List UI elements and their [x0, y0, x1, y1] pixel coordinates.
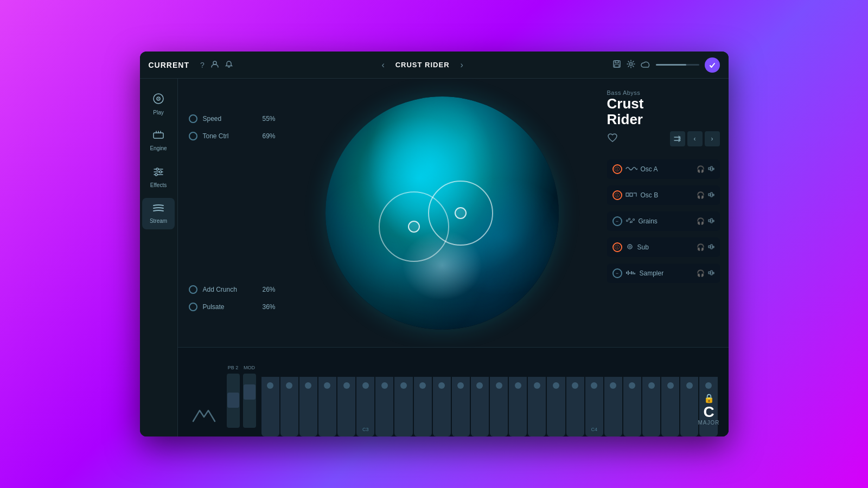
keyboard-key[interactable] — [604, 377, 622, 436]
svg-point-25 — [628, 219, 630, 220]
pulsate-label: Pulsate — [203, 303, 257, 311]
prev-preset-button[interactable]: ‹ — [381, 60, 384, 70]
cloud-icon[interactable] — [641, 60, 650, 69]
volume-slider[interactable] — [656, 64, 699, 66]
upper-area: Speed 55% Tone Ctrl 69% Add Crunch 26% — [178, 79, 729, 347]
keyboard-key[interactable] — [490, 377, 508, 436]
svg-point-16 — [159, 171, 162, 173]
osc-a-label: Osc A — [641, 165, 693, 173]
svg-rect-37 — [626, 272, 627, 274]
osc-b-headphone[interactable]: 🎧 — [697, 191, 705, 199]
keyboard-key[interactable] — [452, 377, 470, 436]
key-dot — [534, 382, 540, 389]
svg-rect-36 — [713, 246, 714, 248]
sub-headphone[interactable]: 🎧 — [697, 243, 705, 251]
osc-b-mute[interactable] — [708, 191, 714, 200]
key-dot — [705, 382, 712, 389]
prev-osc-button[interactable]: ‹ — [687, 131, 703, 146]
svg-point-24 — [626, 220, 628, 222]
c3-label: C3 — [362, 427, 369, 432]
mod-fader[interactable]: MOD — [243, 365, 256, 428]
osc-a-row: ⓘ Osc A 🎧 — [607, 159, 720, 179]
sampler-power[interactable]: − — [612, 268, 622, 278]
play-label: Play — [153, 110, 163, 115]
grains-headphone[interactable]: 🎧 — [697, 217, 705, 225]
sub-mute[interactable] — [708, 243, 714, 252]
engine-label: Engine — [150, 145, 167, 151]
sampler-mute[interactable] — [708, 269, 714, 278]
mod-handle[interactable] — [244, 384, 256, 400]
pulsate-knob[interactable] — [189, 303, 197, 311]
keyboard-key[interactable] — [299, 377, 317, 436]
speed-value: 55% — [262, 115, 275, 123]
key-note: C — [698, 404, 720, 420]
user-avatar[interactable] — [705, 57, 720, 73]
favorite-button[interactable] — [607, 133, 618, 145]
mod-track[interactable] — [243, 374, 256, 428]
add-crunch-knob[interactable] — [189, 285, 197, 294]
keyboard-key[interactable] — [280, 377, 298, 436]
svg-point-4 — [629, 63, 632, 66]
header-center: ‹ CRUST RIDER › — [233, 60, 612, 70]
speed-knob[interactable] — [189, 114, 197, 123]
grains-label: Grains — [639, 217, 693, 225]
shuffle-button[interactable] — [670, 131, 685, 146]
keyboard-key[interactable] — [566, 377, 584, 436]
keyboard-key[interactable] — [680, 377, 698, 436]
osc-a-power[interactable]: ⓘ — [612, 164, 622, 174]
grains-row: − Grains 🎧 — [607, 211, 720, 231]
keyboard-key[interactable] — [318, 377, 336, 436]
keyboard-key[interactable] — [375, 377, 393, 436]
keyboard-key[interactable] — [509, 377, 527, 436]
keyboard-key[interactable]: C4 — [585, 377, 603, 436]
next-osc-button[interactable]: › — [705, 131, 720, 146]
preset-name: CrustRider — [607, 96, 720, 127]
pb-handle[interactable] — [227, 393, 239, 408]
grains-power[interactable]: − — [612, 216, 622, 226]
preset-nav: ‹ › — [670, 131, 720, 146]
next-preset-button[interactable]: › — [461, 60, 463, 70]
sidebar-item-effects[interactable]: Effects — [142, 161, 175, 194]
keyboard-key[interactable] — [337, 377, 355, 436]
circle-control-2[interactable] — [379, 191, 449, 262]
keyboard-key[interactable] — [471, 377, 489, 436]
vinyl-disc[interactable] — [326, 97, 559, 330]
osc-b-type-icon — [626, 191, 637, 199]
settings-icon[interactable] — [627, 60, 635, 70]
osc-b-power[interactable]: ⓘ — [612, 190, 622, 200]
add-crunch-label: Add Crunch — [203, 286, 257, 293]
sidebar-item-engine[interactable]: Engine — [142, 125, 175, 157]
grains-mute[interactable] — [708, 217, 714, 226]
keyboard-key[interactable] — [528, 377, 546, 436]
keyboard-key[interactable] — [623, 377, 641, 436]
keyboard-key[interactable] — [547, 377, 565, 436]
help-icon[interactable]: ? — [200, 61, 205, 69]
tone-ctrl-knob[interactable] — [189, 132, 197, 140]
lock-icon[interactable]: 🔒 — [698, 393, 720, 403]
keyboard-key[interactable] — [414, 377, 432, 436]
bell-icon[interactable] — [225, 60, 233, 69]
left-controls: Speed 55% Tone Ctrl 69% Add Crunch 26% — [178, 79, 286, 347]
osc-a-headphone[interactable]: 🎧 — [697, 165, 705, 173]
keyboard-key[interactable] — [661, 377, 679, 436]
keyboard-area: PB 2 MOD (function(){ — [178, 347, 729, 436]
svg-rect-41 — [633, 272, 634, 274]
sampler-headphone[interactable]: 🎧 — [697, 269, 705, 277]
keyboard-key[interactable] — [433, 377, 451, 436]
engine-icon — [152, 131, 164, 143]
pb-track[interactable] — [227, 374, 240, 428]
pb-fader[interactable]: PB 2 — [227, 365, 240, 428]
sidebar-item-stream[interactable]: Stream — [142, 198, 175, 229]
header-left-icons: ? — [200, 60, 233, 69]
keyboard-key[interactable]: C3 — [356, 377, 374, 436]
keyboard-key[interactable] — [394, 377, 412, 436]
tone-ctrl-label: Tone Ctrl — [203, 132, 257, 140]
osc-a-mute[interactable] — [708, 165, 714, 174]
sidebar-item-play[interactable]: Play — [142, 87, 175, 121]
keyboard-key[interactable] — [261, 377, 279, 436]
save-icon[interactable] — [612, 60, 621, 70]
user-icon[interactable] — [211, 60, 219, 69]
svg-rect-34 — [709, 246, 710, 248]
keyboard-key[interactable] — [642, 377, 660, 436]
sub-power[interactable]: ⓘ — [612, 242, 622, 252]
